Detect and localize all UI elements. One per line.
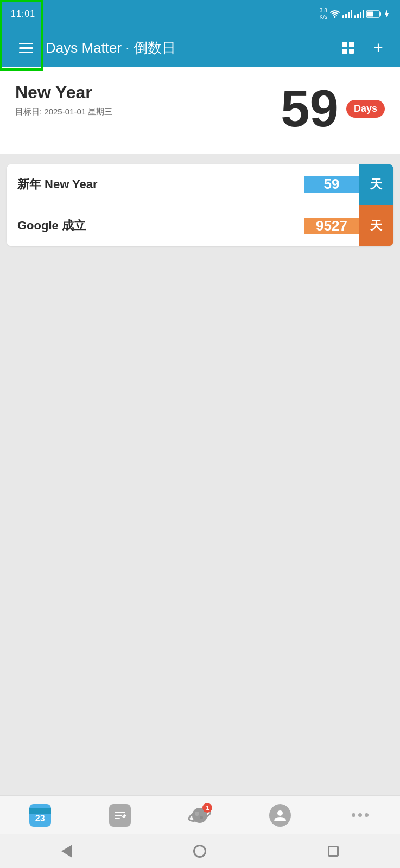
home-icon (193, 845, 206, 858)
recent-apps-button[interactable] (320, 838, 347, 865)
back-button[interactable] (53, 838, 80, 865)
plus-icon: + (373, 40, 383, 56)
more-icon (349, 805, 371, 826)
svg-rect-7 (363, 10, 364, 18)
bottom-navigation: 23 1 (0, 795, 400, 834)
svg-rect-5 (357, 14, 359, 18)
event-unit-google: 天 (359, 205, 393, 246)
nav-favorites[interactable] (98, 796, 142, 835)
status-time: 11:01 (11, 9, 35, 19)
network-speed: 3.8 K/s (320, 8, 327, 21)
featured-count-number: 59 (281, 82, 339, 135)
event-count-google: 9527 (304, 218, 359, 234)
list-item[interactable]: 新年 New Year 59 天 (7, 164, 393, 205)
grid-view-button[interactable] (335, 35, 361, 61)
grid-icon (342, 42, 354, 54)
hamburger-icon (19, 43, 33, 53)
user-icon (269, 805, 291, 826)
app-title: Days Matter · 倒数日 (46, 39, 335, 58)
status-icons: 3.8 K/s (320, 8, 389, 21)
svg-rect-1 (345, 14, 347, 18)
home-button[interactable] (186, 838, 213, 865)
app-bar: Days Matter · 倒数日 + (0, 28, 400, 67)
featured-card[interactable]: New Year 目标日: 2025-01-01 星期三 59 Days (0, 67, 400, 154)
svg-rect-3 (351, 10, 352, 18)
svg-rect-4 (354, 15, 356, 18)
system-navigation (0, 834, 400, 868)
svg-rect-0 (342, 15, 344, 18)
event-count-new-year: 59 (304, 176, 359, 193)
back-icon (61, 845, 72, 858)
nav-more[interactable] (338, 796, 382, 835)
featured-days-badge: Days (346, 100, 385, 118)
planet-icon: 1 (188, 804, 211, 827)
empty-area (0, 256, 400, 827)
svg-point-15 (200, 816, 203, 819)
nav-discover[interactable]: 1 (178, 796, 221, 835)
events-list: 新年 New Year 59 天 Google 成立 9527 天 (7, 164, 393, 246)
charging-icon (384, 10, 389, 18)
nav-profile[interactable] (258, 796, 302, 835)
add-button[interactable]: + (365, 35, 391, 61)
battery-icon (366, 10, 382, 18)
featured-event-date: 目标日: 2025-01-01 星期三 (15, 107, 281, 117)
app-bar-actions: + (335, 35, 391, 61)
svg-rect-2 (348, 12, 350, 18)
svg-point-14 (195, 812, 199, 816)
featured-event-name: New Year (15, 82, 281, 103)
svg-rect-10 (367, 12, 373, 17)
status-bar: 11:01 3.8 K/s (0, 0, 400, 28)
signal-4g-icon (342, 10, 352, 18)
calendar-icon: 23 (29, 805, 51, 826)
event-name-new-year: 新年 New Year (7, 176, 304, 193)
event-name-google: Google 成立 (7, 218, 304, 234)
nav-calendar[interactable]: 23 (18, 796, 62, 835)
recent-icon (328, 846, 339, 857)
featured-card-info: New Year 目标日: 2025-01-01 星期三 (15, 82, 281, 117)
menu-button[interactable] (9, 30, 43, 65)
svg-rect-9 (380, 12, 382, 16)
svg-rect-6 (360, 12, 361, 18)
wifi-icon (329, 10, 340, 18)
notification-badge: 1 (202, 803, 212, 813)
featured-card-count-area: 59 Days (281, 82, 385, 135)
svg-point-16 (277, 810, 283, 816)
event-unit-new-year: 天 (359, 164, 393, 205)
star-list-icon (109, 805, 131, 826)
list-item[interactable]: Google 成立 9527 天 (7, 205, 393, 246)
signal-5g-icon (354, 10, 364, 18)
